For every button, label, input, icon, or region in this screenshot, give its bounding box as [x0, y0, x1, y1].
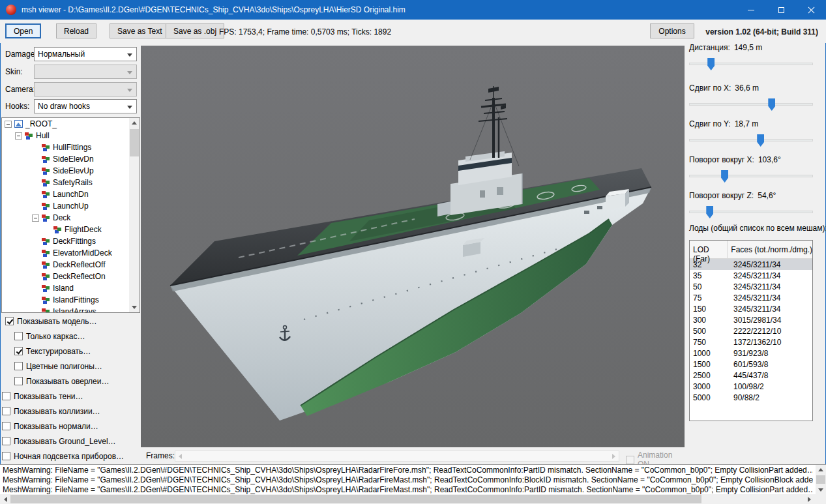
checkbox-night-instrument-lighting[interactable]: Ночная подсветка приборов…: [0, 449, 141, 464]
tree-item-island[interactable]: Island: [2, 282, 129, 294]
lod-table-row[interactable]: 2500 445/437/8: [690, 370, 812, 381]
tree-item-deckreflectoff[interactable]: DeckReflectOff: [2, 259, 129, 271]
tree-item-sideelevdn[interactable]: SideElevDn: [2, 153, 129, 165]
slider-value: 149,5 m: [734, 43, 762, 52]
minimize-button[interactable]: [736, 0, 766, 20]
checkbox-box[interactable]: [14, 362, 23, 370]
tree-item-root[interactable]: _ROOT_: [2, 118, 129, 130]
scroll-right-icon[interactable]: [804, 494, 814, 504]
slider-label: Дистанция:: [689, 43, 730, 52]
options-button[interactable]: Options: [650, 23, 694, 38]
tree-item-flightdeck[interactable]: FlightDeck: [2, 224, 129, 235]
scroll-up-icon[interactable]: [816, 465, 826, 475]
lod-table-row[interactable]: 75 3245/3211/34: [690, 292, 812, 303]
rotate-z-slider[interactable]: [689, 205, 813, 219]
scroll-down-icon[interactable]: [129, 303, 140, 312]
mesh-node-icon: [25, 132, 33, 140]
checkbox-show-shadows[interactable]: Показывать тени…: [0, 389, 141, 404]
lod-table-row[interactable]: 32 3245/3211/34: [690, 259, 812, 270]
slider-thumb[interactable]: [706, 206, 713, 218]
checkbox-show-overlays[interactable]: Показывать оверлеи…: [0, 374, 141, 389]
scroll-left-icon[interactable]: [0, 494, 10, 504]
checkbox-box[interactable]: [2, 392, 10, 400]
checkbox-colored-polygons[interactable]: Цветные полигоны…: [0, 359, 141, 374]
save-as-text-button[interactable]: Save as Text: [110, 23, 170, 38]
mesh-node-icon: [42, 214, 50, 222]
slider-thumb[interactable]: [707, 58, 715, 70]
lod-table-row[interactable]: 1000 931/923/8: [690, 348, 812, 359]
checkbox-box[interactable]: [2, 437, 10, 445]
lod-table-row[interactable]: 750 1372/1362/10: [690, 336, 812, 348]
tree-item-launchdn[interactable]: LaunchDn: [2, 188, 129, 200]
slider-thumb[interactable]: [757, 134, 764, 147]
reload-button[interactable]: Reload: [56, 23, 96, 38]
checkbox-wireframe-only[interactable]: Только каркас…: [0, 329, 141, 344]
tree-collapse-icon[interactable]: [32, 215, 39, 222]
rotate-x-slider[interactable]: [689, 170, 813, 183]
tree-item-sideelevup[interactable]: SideElevUp: [2, 165, 129, 177]
maximize-button[interactable]: [766, 0, 796, 20]
tree-item-islandfittings[interactable]: IslandFittings: [2, 294, 129, 306]
tree-item-hull[interactable]: Hull: [2, 130, 129, 141]
offset-x-slider[interactable]: [689, 98, 813, 111]
tree-item-deckreflecton[interactable]: DeckReflectOn: [2, 271, 129, 282]
checkbox-show-collisions[interactable]: Показывать коллизии…: [0, 404, 141, 419]
checkbox-show-ground-level[interactable]: Показывать Ground_Level…: [0, 434, 141, 449]
checkbox-box[interactable]: [2, 452, 10, 460]
scroll-up-icon[interactable]: [129, 118, 140, 128]
lod-table-row[interactable]: 35 3245/3211/34: [690, 270, 812, 281]
checkbox-show-normals[interactable]: Показывать нормали…: [0, 419, 141, 434]
slider-thumb[interactable]: [768, 98, 775, 111]
lod-column-header: LOD (Far): [690, 241, 728, 258]
log-horizontal-scrollbar[interactable]: [0, 494, 826, 504]
faces-column-header: Faces (tot./norm./dmg.): [728, 241, 812, 258]
save-as-obj-button[interactable]: Save as .obj: [166, 23, 224, 38]
slider-track[interactable]: [689, 103, 813, 106]
mesh-node-icon: [42, 202, 50, 211]
scrollbar-thumb[interactable]: [130, 129, 139, 156]
log-vertical-scrollbar[interactable]: [816, 465, 826, 495]
tree-item-deckfittings[interactable]: DeckFittings: [2, 235, 129, 247]
distance-slider[interactable]: [689, 57, 813, 71]
checkbox-box[interactable]: [14, 377, 23, 385]
slider-thumb[interactable]: [721, 170, 728, 183]
tree-collapse-icon[interactable]: [5, 121, 12, 128]
checkbox-box[interactable]: [2, 422, 10, 430]
checkbox-box[interactable]: [14, 347, 23, 355]
scrollbar-thumb[interactable]: [10, 495, 701, 503]
close-button[interactable]: [796, 0, 826, 20]
damage-dropdown[interactable]: Нормальный: [34, 47, 137, 61]
lod-table-row[interactable]: 150 3245/3211/34: [690, 303, 812, 314]
slider-track[interactable]: [689, 139, 813, 141]
open-button[interactable]: Open: [5, 23, 41, 38]
tree-item-launchup[interactable]: LaunchUp: [2, 200, 129, 212]
hooks-dropdown[interactable]: No draw hooks: [34, 99, 137, 113]
tree-item-hullfittings[interactable]: HullFittings: [2, 141, 129, 153]
tree-item-islandarrays[interactable]: IslandArrays: [2, 306, 129, 313]
slider-label: Поворот вокруг X:: [689, 155, 754, 164]
checkbox-textured[interactable]: Текстурировать…: [0, 344, 141, 359]
lod-table-row[interactable]: 3000 100/98/2: [690, 381, 812, 392]
lod-table-row[interactable]: 500 2222/2212/10: [690, 325, 812, 336]
lod-table-row[interactable]: 300 3015/2981/34: [690, 314, 812, 325]
lod-table-row[interactable]: 50 3245/3211/34: [690, 281, 812, 292]
checkbox-show-model[interactable]: Показывать модель…: [0, 314, 141, 329]
lod-table-row[interactable]: 1500 601/593/8: [690, 359, 812, 370]
titlebar: msh viewer - D:\Games\Il.2.DGen\#DGEN\TE…: [0, 0, 826, 20]
tree-scrollbar[interactable]: [129, 118, 140, 312]
tree-item-elevatormiddeck[interactable]: ElevatorMidDeck: [2, 247, 129, 259]
scroll-down-icon[interactable]: [816, 485, 826, 495]
checkbox-box[interactable]: [14, 332, 23, 340]
offset-y-slider[interactable]: [689, 134, 813, 147]
checkbox-box[interactable]: [5, 317, 14, 325]
checkbox-box[interactable]: [2, 407, 10, 415]
tree-item-safetyrails[interactable]: SafetyRails: [2, 177, 129, 188]
lod-table-row[interactable]: 5000 90/88/2: [690, 392, 812, 403]
scrollbar-thumb[interactable]: [816, 475, 825, 484]
slider-track[interactable]: [689, 175, 813, 177]
mesh-node-icon: [42, 273, 50, 281]
faces-value: 3245/3211/34: [730, 260, 812, 269]
tree-collapse-icon[interactable]: [15, 132, 22, 140]
viewport-3d[interactable]: [141, 46, 685, 447]
tree-item-deck[interactable]: Deck: [2, 212, 129, 224]
